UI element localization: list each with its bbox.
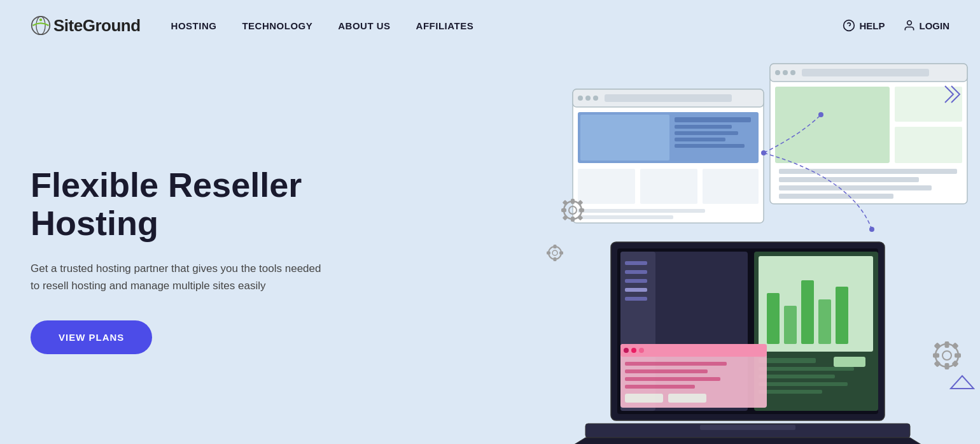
svg-rect-98: [668, 394, 706, 403]
svg-rect-49: [779, 169, 957, 174]
svg-rect-80: [818, 299, 831, 344]
svg-rect-23: [578, 215, 673, 219]
svg-rect-73: [625, 288, 647, 292]
svg-rect-58: [945, 341, 949, 348]
svg-point-8: [578, 96, 583, 101]
nav-item-technology[interactable]: TECHNOLOGY: [242, 20, 312, 31]
svg-point-57: [942, 351, 951, 360]
svg-rect-78: [784, 306, 797, 344]
svg-rect-74: [625, 297, 647, 301]
nav-links: HOSTING TECHNOLOGY ABOUT US AFFILIATES: [171, 20, 843, 31]
svg-point-53: [761, 150, 766, 155]
svg-point-35: [552, 250, 557, 255]
svg-point-9: [585, 96, 591, 101]
svg-rect-60: [933, 354, 939, 358]
svg-rect-11: [605, 94, 732, 102]
svg-rect-65: [951, 342, 958, 349]
svg-rect-52: [779, 194, 893, 199]
svg-point-55: [869, 227, 874, 232]
user-icon: [903, 19, 916, 32]
svg-rect-18: [580, 115, 669, 161]
nav-right: HELP LOGIN: [843, 19, 949, 32]
svg-point-92: [639, 348, 644, 353]
logo-text: SiteGround: [53, 16, 141, 36]
svg-rect-13: [675, 117, 751, 122]
svg-rect-85: [759, 375, 835, 378]
svg-rect-94: [625, 369, 708, 373]
svg-point-91: [631, 348, 636, 353]
svg-rect-50: [779, 177, 919, 182]
svg-rect-96: [625, 385, 695, 389]
svg-point-42: [775, 70, 780, 75]
svg-rect-95: [625, 377, 720, 381]
svg-rect-97: [625, 394, 663, 403]
svg-point-2: [39, 18, 42, 21]
hero-content: Flexible Reseller Hosting Get a trusted …: [31, 166, 374, 354]
svg-rect-62: [934, 342, 941, 349]
nav-item-affiliates[interactable]: AFFILIATES: [416, 20, 474, 31]
hero-section: Flexible Reseller Hosting Get a trusted …: [0, 51, 980, 444]
svg-rect-64: [934, 360, 941, 367]
help-label: HELP: [859, 20, 885, 31]
svg-rect-20: [640, 169, 697, 204]
svg-rect-45: [802, 69, 929, 76]
svg-rect-70: [625, 261, 647, 265]
svg-point-43: [783, 70, 788, 75]
svg-rect-27: [571, 217, 575, 222]
help-circle-icon: [843, 19, 855, 32]
svg-rect-36: [554, 245, 557, 248]
svg-rect-87: [759, 390, 822, 394]
svg-rect-38: [547, 252, 550, 255]
svg-rect-48: [895, 127, 962, 163]
hero-illustration: [535, 51, 980, 444]
login-link[interactable]: LOGIN: [903, 19, 950, 32]
svg-point-54: [818, 112, 823, 117]
svg-rect-29: [579, 208, 584, 212]
svg-point-44: [790, 70, 795, 75]
svg-rect-37: [554, 257, 557, 261]
svg-rect-15: [675, 131, 738, 135]
hero-description: Get a trusted hosting partner that gives…: [31, 260, 323, 294]
svg-point-90: [624, 348, 629, 353]
nav-item-hosting[interactable]: HOSTING: [171, 20, 217, 31]
login-label: LOGIN: [920, 20, 950, 31]
svg-rect-47: [895, 87, 962, 122]
svg-rect-17: [675, 144, 745, 148]
svg-rect-39: [559, 252, 563, 255]
view-plans-button[interactable]: VIEW PLANS: [31, 320, 152, 354]
reseller-illustration: [535, 51, 980, 444]
svg-point-5: [907, 21, 911, 25]
svg-rect-46: [775, 87, 890, 163]
svg-point-10: [593, 96, 598, 101]
svg-rect-61: [955, 354, 961, 358]
svg-rect-86: [759, 382, 848, 386]
svg-rect-28: [561, 208, 566, 212]
svg-rect-21: [703, 169, 759, 204]
svg-rect-51: [779, 185, 932, 190]
svg-rect-19: [578, 169, 635, 204]
help-link[interactable]: HELP: [843, 19, 885, 32]
svg-rect-22: [578, 209, 705, 213]
svg-rect-16: [675, 138, 725, 141]
siteground-logo-icon: [31, 15, 51, 36]
svg-rect-100: [700, 425, 795, 430]
svg-rect-79: [801, 280, 814, 344]
hero-title: Flexible Reseller Hosting: [31, 166, 374, 242]
svg-rect-72: [625, 279, 647, 283]
svg-rect-26: [571, 199, 575, 204]
svg-rect-59: [945, 363, 949, 369]
main-nav: SiteGround HOSTING TECHNOLOGY ABOUT US A…: [0, 0, 980, 51]
svg-rect-77: [767, 293, 780, 344]
svg-rect-93: [625, 362, 727, 366]
svg-rect-83: [759, 358, 816, 363]
nav-item-about-us[interactable]: ABOUT US: [338, 20, 390, 31]
svg-rect-14: [675, 125, 732, 129]
svg-rect-82: [834, 357, 865, 367]
svg-rect-71: [625, 270, 647, 274]
svg-rect-84: [759, 367, 854, 371]
logo[interactable]: SiteGround: [31, 15, 141, 36]
svg-rect-81: [836, 287, 848, 344]
